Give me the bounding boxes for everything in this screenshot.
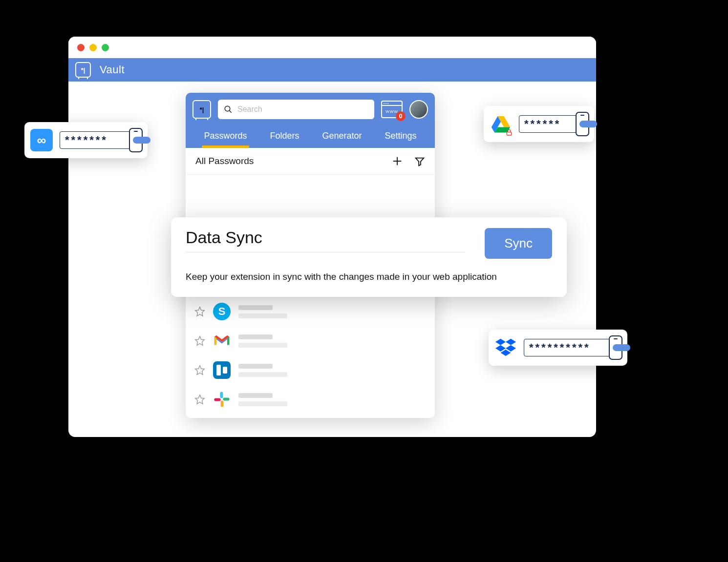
- filter-icon[interactable]: [414, 156, 425, 167]
- tab-folders[interactable]: Folders: [268, 126, 301, 148]
- svg-marker-11: [195, 395, 204, 404]
- data-sync-description: Keep your extension in sync with the cha…: [186, 271, 552, 282]
- item-placeholder-text: [238, 364, 287, 377]
- favorite-star-icon[interactable]: [194, 394, 205, 405]
- minimize-icon[interactable]: [89, 44, 97, 51]
- trello-icon: [213, 361, 231, 379]
- extension-header: *| WWW 0 Passwords Folders Generator Set…: [186, 93, 435, 148]
- tab-settings[interactable]: Settings: [383, 126, 418, 148]
- phone-icon: [576, 112, 589, 136]
- app-title: Vault: [100, 63, 125, 76]
- svg-marker-23: [506, 345, 516, 352]
- password-card-infinity: ∞ *******: [24, 122, 148, 158]
- lock-icon: [505, 128, 513, 136]
- item-placeholder-text: [238, 393, 287, 406]
- slack-icon: [213, 391, 231, 408]
- favorite-star-icon[interactable]: [194, 365, 205, 375]
- svg-rect-19: [507, 132, 511, 135]
- svg-marker-22: [495, 345, 506, 352]
- drive-icon: [490, 113, 512, 135]
- favorite-star-icon[interactable]: [194, 306, 205, 317]
- vault-logo-glyph: *|: [200, 106, 204, 113]
- dropbox-icon: [494, 336, 517, 359]
- svg-marker-20: [495, 339, 506, 345]
- vault-logo-glyph: *|: [81, 66, 86, 74]
- sessions-badge: 0: [396, 111, 406, 121]
- maximize-icon[interactable]: [102, 44, 109, 51]
- svg-marker-24: [501, 350, 511, 356]
- vault-logo-icon: *|: [75, 62, 91, 78]
- extension-tabs: Passwords Folders Generator Settings: [193, 126, 428, 148]
- list-item[interactable]: [186, 385, 435, 414]
- gmail-icon: [213, 332, 231, 350]
- close-icon[interactable]: [77, 44, 85, 51]
- skype-icon: S: [213, 303, 231, 320]
- avatar[interactable]: [409, 100, 428, 119]
- favorite-star-icon[interactable]: [194, 335, 205, 346]
- svg-rect-12: [220, 392, 223, 398]
- item-placeholder-text: [238, 305, 287, 318]
- app-header: *| Vault: [68, 58, 596, 82]
- password-card-drive: ******: [484, 106, 594, 142]
- search-icon: [224, 105, 233, 114]
- list-item[interactable]: [186, 326, 435, 355]
- search-input[interactable]: [237, 105, 368, 114]
- phone-icon: [129, 128, 143, 152]
- password-list-title: All Passwords: [195, 156, 254, 167]
- data-sync-card: Data Sync Sync Keep your extension in sy…: [171, 217, 567, 297]
- list-item[interactable]: [186, 355, 435, 385]
- phone-icon: [609, 335, 622, 360]
- list-item[interactable]: S: [186, 297, 435, 326]
- infinity-icon: ∞: [30, 129, 53, 151]
- tab-generator[interactable]: Generator: [320, 126, 364, 148]
- browser-sessions-icon[interactable]: WWW 0: [381, 101, 403, 118]
- vault-logo-icon: *|: [193, 100, 211, 119]
- svg-rect-15: [214, 398, 220, 401]
- svg-point-0: [225, 106, 230, 111]
- tab-passwords[interactable]: Passwords: [202, 126, 249, 148]
- svg-marker-10: [195, 366, 204, 375]
- svg-rect-14: [221, 400, 224, 407]
- password-list-header: All Passwords: [186, 148, 435, 175]
- svg-marker-9: [195, 336, 204, 345]
- sync-button[interactable]: Sync: [485, 228, 552, 259]
- password-card-dropbox: **********: [489, 330, 627, 366]
- svg-marker-21: [506, 339, 516, 345]
- search-box[interactable]: [218, 100, 374, 119]
- masked-password: **********: [524, 339, 621, 356]
- data-sync-title: Data Sync: [186, 228, 465, 252]
- item-placeholder-text: [238, 334, 287, 348]
- svg-line-1: [229, 110, 232, 113]
- svg-marker-8: [195, 307, 204, 316]
- svg-rect-13: [223, 397, 229, 400]
- add-password-icon[interactable]: [392, 156, 403, 167]
- window-titlebar: [68, 37, 596, 58]
